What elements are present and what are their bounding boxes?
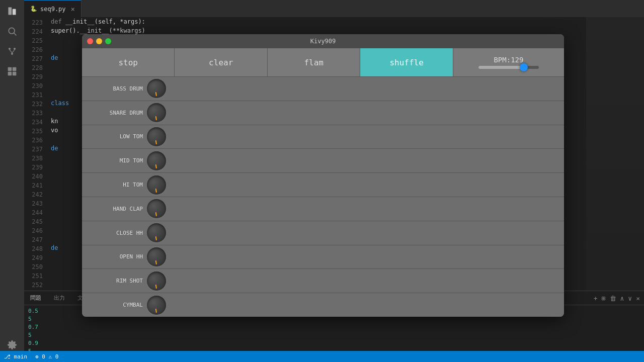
- row-label-9: CYMBAL: [82, 302, 145, 308]
- bpm-label: BPM:129: [494, 56, 523, 64]
- bottom-panel-icons: + ⊞ 🗑 ∧ ∨ ×: [594, 291, 640, 305]
- chevron-down-icon[interactable]: ∨: [628, 295, 632, 302]
- search-icon[interactable]: [5, 24, 19, 38]
- sequencer-grid: BASS DRUMSNARE DRUMLOW TOMMID TOMHI TOMH…: [82, 77, 564, 317]
- tab-icon: 🐍: [30, 6, 37, 12]
- svg-rect-11: [8, 72, 12, 76]
- row-knob-3[interactable]: [147, 151, 166, 170]
- svg-rect-1: [13, 9, 16, 15]
- seq-cells-1: [168, 112, 564, 114]
- seq-row-mid-tom: MID TOM: [82, 149, 564, 173]
- window-title: Kivy909: [310, 38, 336, 45]
- seq-cells-9: [168, 304, 564, 306]
- seq-cells-8: [168, 280, 564, 282]
- seq-row-hi-tom: HI TOM: [82, 173, 564, 197]
- seq-cells-5: [168, 208, 564, 210]
- stop-button[interactable]: stop: [82, 48, 175, 76]
- row-label-1: SNARE DRUM: [82, 110, 145, 116]
- code-line-223: def __init__(self, *args):: [47, 17, 600, 26]
- row-knob-7[interactable]: [147, 247, 166, 266]
- bpm-slider-fill: [478, 66, 524, 69]
- extensions-icon[interactable]: [5, 64, 19, 78]
- settings-icon[interactable]: [5, 338, 19, 352]
- add-icon[interactable]: +: [594, 295, 598, 302]
- shuffle-button[interactable]: shuffle: [360, 48, 453, 76]
- row-knob-8[interactable]: [147, 272, 166, 291]
- svg-point-2: [9, 28, 15, 34]
- bottom-tab-output[interactable]: 出力: [48, 291, 71, 305]
- minimize-button[interactable]: [96, 38, 102, 44]
- explorer-icon[interactable]: [5, 4, 19, 18]
- svg-line-3: [14, 33, 17, 36]
- tab-bar: 🐍 seq9.py ×: [24, 0, 644, 17]
- tab-close-icon[interactable]: ×: [71, 5, 75, 13]
- git-branch: ⎇ main: [4, 353, 27, 360]
- svg-point-6: [11, 53, 13, 55]
- maximize-button[interactable]: [105, 38, 111, 44]
- seq-row-cymbal: CYMBAL: [82, 293, 564, 317]
- seq-row-open-hh: OPEN HH: [82, 245, 564, 269]
- svg-rect-12: [13, 72, 17, 76]
- seq-cells-7: [168, 256, 564, 258]
- svg-point-4: [9, 48, 11, 50]
- row-label-0: BASS DRUM: [82, 85, 145, 92]
- flam-button[interactable]: flam: [268, 48, 360, 76]
- seq-cells-0: [168, 87, 564, 89]
- svg-line-8: [12, 50, 15, 53]
- window-buttons: [87, 38, 111, 44]
- seq-cells-3: [168, 160, 564, 162]
- svg-rect-10: [13, 67, 17, 71]
- kivy-titlebar: Kivy909: [82, 34, 564, 48]
- seq-row-hand-clap: HAND CLAP: [82, 197, 564, 221]
- kivy-window: Kivy909 stop clear flam shuffle BPM:129: [82, 34, 564, 317]
- clear-button[interactable]: clear: [175, 48, 267, 76]
- row-label-7: OPEN HH: [82, 253, 145, 260]
- bpm-slider[interactable]: [478, 66, 539, 69]
- seq-row-snare-drum: SNARE DRUM: [82, 101, 564, 125]
- row-label-4: HI TOM: [82, 182, 145, 188]
- seq-row-bass-drum: BASS DRUM: [82, 77, 564, 101]
- seq-cells-4: [168, 184, 564, 186]
- status-bar: ⎇ main ⊗ 0 ⚠ 0: [0, 351, 644, 362]
- tab-label: seq9.py: [40, 6, 66, 13]
- seq-cells-6: [168, 232, 564, 234]
- seq-row-close-hh: CLOSE HH: [82, 221, 564, 245]
- kivy-content: stop clear flam shuffle BPM:129 BASS DRU…: [82, 48, 564, 317]
- bpm-slider-thumb[interactable]: [520, 63, 528, 71]
- row-knob-2[interactable]: [147, 127, 166, 146]
- row-label-3: MID TOM: [82, 157, 145, 164]
- bpm-control[interactable]: BPM:129: [453, 48, 564, 76]
- svg-line-7: [10, 50, 12, 53]
- row-knob-0[interactable]: [147, 79, 166, 98]
- row-knob-6[interactable]: [147, 223, 166, 242]
- row-label-5: HAND CLAP: [82, 206, 145, 212]
- row-knob-4[interactable]: [147, 175, 166, 195]
- svg-point-5: [14, 48, 16, 50]
- row-label-2: LOW TOM: [82, 133, 145, 140]
- row-knob-9[interactable]: [147, 296, 166, 315]
- seq-cells-2: [168, 136, 564, 138]
- close-panel-icon[interactable]: ×: [636, 295, 640, 302]
- trash-icon[interactable]: 🗑: [610, 295, 616, 302]
- bottom-tab-problems[interactable]: 問題: [24, 291, 48, 305]
- row-knob-1[interactable]: [147, 103, 166, 122]
- sidebar-bottom: [0, 338, 24, 352]
- row-knob-5[interactable]: [147, 199, 166, 218]
- row-label-8: RIM SHOT: [82, 278, 145, 284]
- svg-rect-9: [8, 67, 12, 71]
- svg-rect-0: [9, 8, 12, 15]
- errors-count: ⊗ 0 ⚠ 0: [35, 353, 58, 360]
- source-control-icon[interactable]: [5, 44, 19, 58]
- tab-seq9[interactable]: 🐍 seq9.py ×: [24, 0, 82, 17]
- kivy-toolbar: stop clear flam shuffle BPM:129: [82, 48, 564, 77]
- vscode-sidebar: [0, 0, 24, 362]
- seq-row-rim-shot: RIM SHOT: [82, 269, 564, 293]
- seq-row-low-tom: LOW TOM: [82, 125, 564, 149]
- row-label-6: CLOSE HH: [82, 230, 145, 236]
- close-button[interactable]: [87, 38, 93, 44]
- chevron-up-icon[interactable]: ∧: [620, 295, 624, 302]
- split-icon[interactable]: ⊞: [602, 295, 606, 302]
